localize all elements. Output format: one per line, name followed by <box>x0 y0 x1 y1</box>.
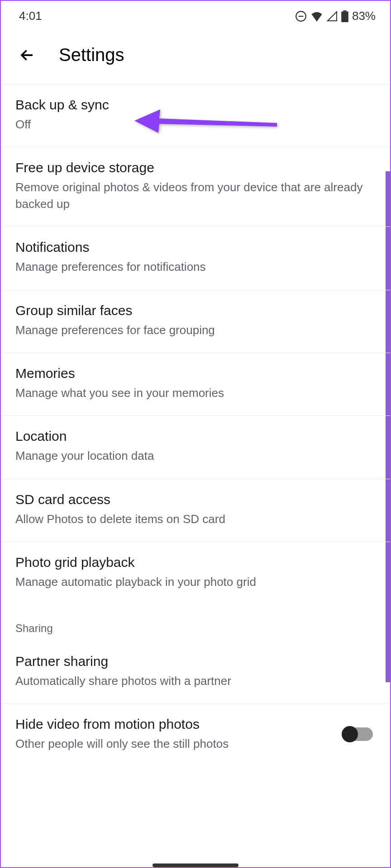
hide-video-toggle[interactable] <box>343 727 373 741</box>
do-not-disturb-icon <box>295 10 307 22</box>
back-button[interactable] <box>17 45 37 65</box>
page-title: Settings <box>59 45 124 65</box>
setting-backup-sync[interactable]: Back up & sync Off <box>1 85 390 147</box>
setting-subtitle: Allow Photos to delete items on SD card <box>15 511 376 527</box>
setting-notifications[interactable]: Notifications Manage preferences for not… <box>1 227 390 290</box>
battery-icon <box>341 10 348 22</box>
setting-subtitle: Off <box>15 116 376 132</box>
setting-title: Memories <box>15 366 376 381</box>
setting-title: Back up & sync <box>15 97 376 113</box>
status-bar: 4:01 83% <box>1 1 390 28</box>
toggle-container <box>343 727 373 741</box>
arrow-left-icon <box>19 47 35 63</box>
navigation-handle[interactable] <box>153 863 238 867</box>
status-bar-right: 83% <box>295 9 376 23</box>
setting-title: SD card access <box>15 492 376 507</box>
setting-subtitle: Automatically share photos with a partne… <box>15 673 376 689</box>
setting-subtitle: Manage what you see in your memories <box>15 385 376 401</box>
wifi-icon <box>310 11 323 22</box>
settings-list: Back up & sync Off Free up device storag… <box>1 85 390 755</box>
setting-subtitle: Manage preferences for face grouping <box>15 322 376 338</box>
setting-title: Partner sharing <box>15 654 376 669</box>
setting-title: Group similar faces <box>15 303 376 318</box>
section-header-sharing: Sharing <box>1 605 390 641</box>
setting-location[interactable]: Location Manage your location data <box>1 416 390 479</box>
status-time: 4:01 <box>19 9 42 23</box>
setting-subtitle: Other people will only see the still pho… <box>15 736 376 752</box>
setting-title: Location <box>15 429 376 444</box>
svg-rect-3 <box>341 11 348 22</box>
setting-sd-card[interactable]: SD card access Allow Photos to delete it… <box>1 479 390 542</box>
setting-title: Free up device storage <box>15 160 376 175</box>
setting-hide-video[interactable]: Hide video from motion photos Other peop… <box>1 704 390 755</box>
setting-subtitle: Manage automatic playback in your photo … <box>15 574 376 590</box>
setting-subtitle: Manage your location data <box>15 448 376 464</box>
setting-subtitle: Remove original photos & videos from you… <box>15 179 376 212</box>
setting-title: Notifications <box>15 240 376 255</box>
setting-title: Photo grid playback <box>15 555 376 570</box>
setting-partner-sharing[interactable]: Partner sharing Automatically share phot… <box>1 641 390 704</box>
setting-free-storage[interactable]: Free up device storage Remove original p… <box>1 147 390 227</box>
setting-group-faces[interactable]: Group similar faces Manage preferences f… <box>1 290 390 353</box>
app-header: Settings <box>1 28 390 85</box>
cellular-icon <box>327 11 338 22</box>
setting-memories[interactable]: Memories Manage what you see in your mem… <box>1 353 390 416</box>
setting-photo-grid[interactable]: Photo grid playback Manage automatic pla… <box>1 542 390 604</box>
setting-subtitle: Manage preferences for notifications <box>15 259 376 275</box>
battery-percentage: 83% <box>352 9 376 23</box>
svg-rect-2 <box>343 10 347 12</box>
setting-title: Hide video from motion photos <box>15 717 376 732</box>
toggle-thumb <box>342 726 358 742</box>
